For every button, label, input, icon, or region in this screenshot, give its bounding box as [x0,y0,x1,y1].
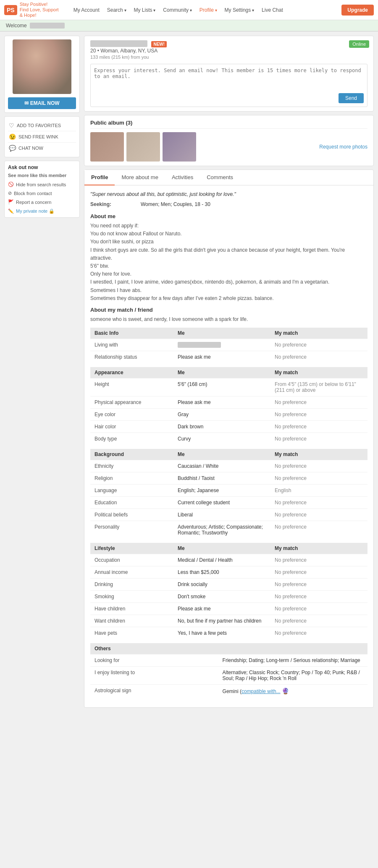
private-note-action[interactable]: ✏️ My private note 🔒 [8,209,76,214]
have-pets-me: Yes, I have a few pets [173,627,270,639]
see-more-actions: 🚫 Hide from search results ⊘ Block from … [8,180,76,206]
relationship-status-match: No preference [270,351,368,363]
want-children-label: Want children [90,615,173,627]
background-header: Background Me My match [90,449,368,460]
appearance-table: Appearance Me My match Height 5'6" (168 … [90,367,368,445]
table-row: Want children No, but fine if my partner… [90,615,368,627]
lifestyle-me-col: Me [173,543,270,554]
profile-photo[interactable] [13,39,71,94]
basic-info-label: Basic Info [90,328,173,339]
email-textarea[interactable] [94,68,364,89]
tab-profile[interactable]: Profile [84,170,115,185]
photo-thumb-1[interactable] [90,132,124,162]
seeking-label: Seeking: [90,201,141,207]
want-children-me: No, but fine if my partner has children [173,615,270,627]
about-me-heading: About me [90,213,368,219]
nav-live-chat[interactable]: Live Chat [258,7,286,13]
chat-now-label: CHAT NOW [18,146,43,151]
relationship-status-label: Relationship status [90,351,173,363]
main-container: ✉ EMAIL NOW ♡ ADD TO FAVORITES 😉 SEND FR… [0,31,378,712]
tabs-section: Profile More about me Activities Comment… [84,169,374,708]
tab-more-about-me[interactable]: More about me [115,170,165,185]
profile-header: Online NEW! 20 • Woman, Albany, NY, USA … [84,36,374,112]
hide-from-search-action[interactable]: 🚫 Hide from search results [8,180,76,188]
profile-photo-box: ✉ EMAIL NOW [4,36,80,113]
welcome-username: user [30,23,65,29]
album-title: Public album (3) [90,120,368,129]
member-age-location: 20 • Woman, Albany, NY, USA [90,48,368,54]
have-pets-label: Have pets [90,627,173,639]
public-album-section: Public album (3) Request more photos [84,115,374,166]
pencil-icon: ✏️ [8,209,14,214]
member-name: NEW! [90,40,368,47]
nav-my-account[interactable]: My Account [70,7,103,13]
background-me-col: Me [173,449,270,460]
table-row: Personality Adventurous; Artistic; Compa… [90,521,368,539]
compatible-link[interactable]: compatible with... [242,688,281,694]
nav-profile[interactable]: Profile [196,7,220,13]
request-photos-link[interactable]: Request more photos [319,144,368,150]
top-navigation: PS Stay Positive!Find Love, Support & Ho… [0,0,378,20]
body-type-match: No preference [270,433,368,445]
tabs-header: Profile More about me Activities Comment… [84,170,373,185]
education-me: Current college student [173,497,270,509]
table-row: Relationship status Please ask me No pre… [90,351,368,363]
hide-icon: 🚫 [8,182,14,187]
occupation-match: No preference [270,554,368,566]
nav-my-lists[interactable]: My Lists [131,7,159,13]
political-beliefs-match: No preference [270,509,368,521]
smoking-label: Smoking [90,591,173,603]
report-concern-action[interactable]: 🚩 Report a concern [8,198,76,206]
living-with-me [173,339,270,351]
nav-links: My Account Search My Lists Community Pro… [70,7,342,13]
email-now-button[interactable]: ✉ EMAIL NOW [8,97,76,109]
chat-now-action[interactable]: 💬 CHAT NOW [8,143,76,154]
have-children-match: No preference [270,603,368,615]
table-row: Living with No preference [90,339,368,351]
photo-thumb-2[interactable] [126,132,160,162]
send-button[interactable]: Send [339,93,364,103]
wink-icon: 😉 [9,133,16,140]
tab-activities[interactable]: Activities [165,170,200,185]
member-name-blurred [90,40,147,47]
religion-me: Buddhist / Taoist [173,472,270,485]
annual-income-label: Annual income [90,566,173,579]
nav-search[interactable]: Search [104,7,130,13]
upgrade-button[interactable]: Upgrade [341,5,374,16]
appearance-me-col: Me [173,367,270,378]
appearance-match-col: My match [270,367,368,378]
hair-color-label: Hair color [90,421,173,433]
add-to-favorites-action[interactable]: ♡ ADD TO FAVORITES [8,120,76,131]
profile-quote: "Super nervous about all this, but optim… [90,191,368,197]
block-contact-action[interactable]: ⊘ Block from contact [8,189,76,197]
background-match-col: My match [270,449,368,460]
nav-community[interactable]: Community [160,7,195,13]
occupation-label: Occupation [90,554,173,566]
table-row: Have children Please ask me No preferenc… [90,603,368,615]
table-row: Height 5'6" (168 cm) From 4'5" (135 cm) … [90,378,368,396]
have-children-me: Please ask me [173,603,270,615]
nav-my-settings[interactable]: My Settings [221,7,257,13]
astro-sign-label: Astrological sign [90,685,218,698]
tab-comments[interactable]: Comments [200,170,240,185]
logo[interactable]: PS Stay Positive!Find Love, Support & Ho… [4,2,62,18]
about-match-heading: About my match / friend [90,307,368,313]
looking-for-label: Looking for [90,654,218,667]
photo-thumb-3[interactable] [163,132,196,162]
table-row: Drinking Drink socially No preference [90,579,368,591]
eye-color-me: Gray [173,409,270,421]
lifestyle-table: Lifestyle Me My match Occupation Medical… [90,543,368,639]
seeking-value: Women; Men; Couples, 18 - 30 [141,201,210,207]
ethnicity-me: Caucasian / White [173,460,270,472]
ask-out-title: Ask out now [8,164,76,170]
online-badge: Online [349,40,369,48]
table-row: Political beliefs Liberal No preference [90,509,368,521]
have-pets-match: No preference [270,627,368,639]
others-table: Others Looking for Friendship; Dating; L… [90,643,368,697]
astro-sign-me: Gemini (compatible with... 🔮 [218,685,368,698]
send-free-wink-action[interactable]: 😉 SEND FREE WINK [8,131,76,143]
living-with-label: Living with [90,339,173,351]
welcome-text: Welcome [6,23,27,29]
want-children-match: No preference [270,615,368,627]
table-row: Smoking Don't smoke No preference [90,591,368,603]
